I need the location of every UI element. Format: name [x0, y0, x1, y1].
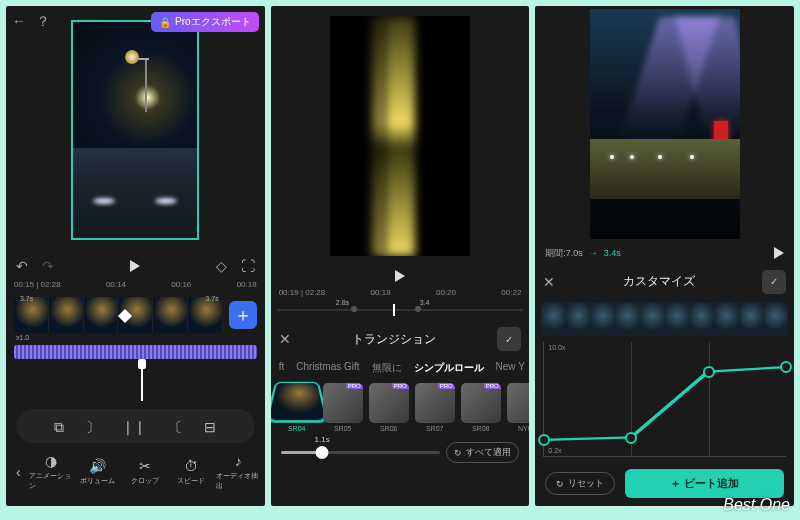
play-button[interactable] [395, 270, 405, 282]
audio-extract-icon: ♪ [235, 453, 242, 469]
toolbar-back-icon[interactable]: ‹ [10, 464, 27, 480]
quick-tools: ⧉ 〕 ❘❘ 〔 ⊟ [16, 409, 255, 443]
confirm-button[interactable]: ✓ [762, 270, 786, 294]
pro-export-label: Proエクスポート [175, 15, 251, 29]
fullscreen-icon[interactable]: ⛶ [241, 258, 255, 274]
speed-curve-graph[interactable]: 10.0x 0.2x [543, 342, 786, 457]
refresh-icon: ↻ [556, 479, 564, 489]
help-icon[interactable]: ？ [36, 13, 50, 31]
bottom-toolbar: ‹ ◑アニメーション 🔊ボリューム ✂クロップ ⏱スピード ♪オーディオ抽出 [6, 449, 265, 497]
timecode-row: 00:15 | 02:28 00:14 00:16 00:18 [6, 278, 265, 291]
section-title: カスタマイズ [563, 273, 754, 290]
editor-panel-transition: 00:19 | 02:28 00:18 00:20 00:22 2.8s 3.4… [271, 6, 530, 506]
keyframe-icon[interactable]: ◇ [216, 258, 227, 274]
split-left-icon[interactable]: 〕 [86, 419, 100, 437]
transition-tabs: ft Christmas Gift 無限に シンプルロール New Y [271, 357, 530, 379]
add-beat-button[interactable]: ＋ ビート追加 [625, 469, 784, 498]
close-icon[interactable]: ✕ [279, 331, 291, 347]
play-button[interactable] [130, 260, 140, 272]
tool-crop[interactable]: ✂クロップ [122, 458, 167, 486]
editor-panel-tools: ← ？ 🔒 Proエクスポート ◇ ⛶ [6, 6, 265, 506]
preset-sr08[interactable]: PROSR08 [461, 383, 501, 432]
transition-presets: SR04 PROSR05 PROSR06 PROSR07 PROSR08 PRO… [271, 379, 530, 436]
arrow-right-icon: → [589, 248, 598, 258]
duration-from: 期間:7.0s [545, 247, 583, 260]
duration-slider[interactable]: 1.1s [281, 451, 441, 454]
curve-point[interactable] [703, 366, 715, 378]
close-icon[interactable]: ✕ [543, 274, 555, 290]
tool-animation[interactable]: ◑アニメーション [29, 453, 74, 491]
tab-simple-roll[interactable]: シンプルロール [414, 361, 484, 375]
preset-sr06[interactable]: PROSR06 [369, 383, 409, 432]
split-right-icon[interactable]: 〔 [168, 419, 182, 437]
duration-to: 3.4s [604, 248, 621, 258]
split-icon[interactable]: ❘❘ [122, 419, 146, 437]
curve-point[interactable] [625, 432, 637, 444]
tab-new-year[interactable]: New Y [496, 361, 525, 375]
preview-area: ← ？ 🔒 Proエクスポート [6, 6, 265, 254]
redo-icon[interactable] [42, 258, 54, 274]
confirm-button[interactable]: ✓ [497, 327, 521, 351]
delete-part-icon[interactable]: ⊟ [204, 419, 216, 437]
curve-point[interactable] [780, 361, 792, 373]
curve-point[interactable] [538, 434, 550, 446]
transition-scrubber[interactable]: 2.8s 3.4 [277, 301, 524, 319]
audio-track[interactable] [14, 345, 257, 359]
tool-volume[interactable]: 🔊ボリューム [75, 458, 120, 486]
preset-sr05[interactable]: PROSR05 [323, 383, 363, 432]
preview-area [535, 6, 794, 243]
crop-icon: ✂ [139, 458, 151, 474]
reset-button[interactable]: ↻ リセット [545, 472, 615, 495]
volume-icon: 🔊 [89, 458, 106, 474]
lock-icon: 🔒 [159, 17, 171, 28]
timeline[interactable]: 3.7s 3.7s ＋ x1.0 [6, 293, 265, 343]
section-title: トランジション [299, 331, 490, 348]
preset-ny01[interactable]: PRONY01 [507, 383, 530, 432]
tab-christmas-gift[interactable]: Christmas Gift [296, 361, 359, 375]
playhead[interactable] [141, 361, 143, 401]
preset-sr04[interactable]: SR04 [277, 383, 317, 432]
tool-speed[interactable]: ⏱スピード [169, 458, 214, 486]
copy-icon[interactable]: ⧉ [54, 419, 64, 437]
tab-infinite[interactable]: 無限に [372, 361, 402, 375]
editor-panel-customize: 期間:7.0s → 3.4s ✕ カスタマイズ ✓ 10.0x 0.2x [535, 6, 794, 506]
preset-sr07[interactable]: PROSR07 [415, 383, 455, 432]
play-button[interactable] [774, 247, 784, 259]
add-clip-button[interactable]: ＋ [229, 301, 257, 329]
undo-icon[interactable] [16, 258, 28, 274]
refresh-icon: ↻ [454, 448, 462, 458]
timecode-row: 00:19 | 02:28 00:18 00:20 00:22 [271, 286, 530, 299]
preview-area [271, 6, 530, 266]
duration-value: 1.1s [315, 435, 330, 444]
back-icon[interactable]: ← [12, 13, 26, 31]
watermark: Best One [723, 496, 790, 514]
filmstrip[interactable] [541, 302, 788, 336]
animation-icon: ◑ [45, 453, 57, 469]
speed-indicator: x1.0 [16, 334, 29, 341]
video-frame [71, 20, 199, 240]
tool-audio-extract[interactable]: ♪オーディオ抽出 [216, 453, 261, 491]
speed-icon: ⏱ [184, 458, 198, 474]
tab-prev[interactable]: ft [279, 361, 285, 375]
apply-all-button[interactable]: ↻ すべて適用 [446, 442, 519, 463]
pro-export-button[interactable]: 🔒 Proエクスポート [151, 12, 259, 32]
